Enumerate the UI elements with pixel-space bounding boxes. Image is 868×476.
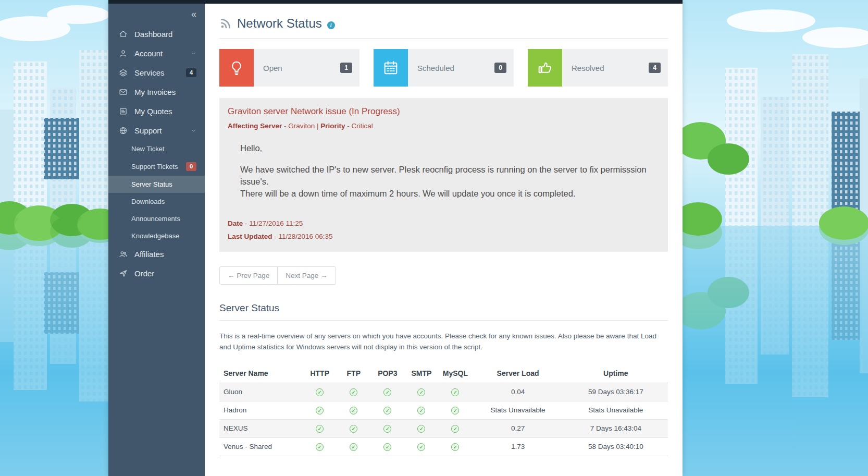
column-header: Server Name	[219, 364, 303, 383]
uptime-cell: 59 Days 03:36:17	[564, 383, 668, 401]
sidebar-item-services[interactable]: Services 4	[108, 63, 205, 82]
priority-value: - Critical	[345, 122, 373, 130]
issue-body: Hello, We have switched the IP's to new …	[240, 142, 660, 200]
status-ok-icon	[417, 407, 425, 414]
subitem-label: Server Status	[131, 180, 172, 188]
status-ok-icon	[451, 388, 459, 396]
column-header: Server Load	[472, 364, 563, 383]
sidebar-subitem-server-status[interactable]: Server Status	[108, 176, 205, 193]
page-header: Network Status	[219, 16, 668, 31]
status-cell	[438, 401, 472, 419]
status-ok-icon	[350, 443, 357, 451]
status-ok-icon	[316, 407, 324, 414]
status-cell	[404, 401, 438, 419]
status-card-open[interactable]: Open 1	[219, 49, 359, 87]
column-header: Uptime	[564, 364, 668, 383]
status-cell	[404, 419, 438, 437]
status-ok-icon	[383, 407, 391, 414]
pagination: ← Prev PageNext Page →	[219, 266, 668, 285]
status-card-resolved[interactable]: Resolved 4	[528, 49, 668, 87]
status-ok-icon	[316, 443, 324, 451]
status-cell	[303, 437, 337, 456]
uptime-cell: 7 Days 16:43:04	[564, 419, 668, 437]
user-icon	[119, 49, 128, 58]
prev-page-button[interactable]: ← Prev Page	[219, 266, 278, 285]
sidebar: « Dashboard Account Services 4	[108, 4, 205, 476]
status-ok-icon	[417, 388, 425, 396]
sidebar-nav: Dashboard Account Services 4 My Invoices	[108, 25, 205, 283]
status-cell	[303, 419, 337, 437]
thumbs-up-icon	[528, 49, 562, 87]
status-cell	[337, 437, 370, 456]
issue-last-updated: Last Updated - 11/28/2016 06:35	[228, 233, 660, 240]
sidebar-subitem-new-ticket[interactable]: New Ticket	[108, 140, 205, 157]
status-cell	[370, 401, 404, 419]
sidebar-subitem-downloads[interactable]: Downloads	[108, 193, 205, 210]
sidebar-item-my-quotes[interactable]: My Quotes	[108, 102, 205, 121]
sidebar-item-dashboard[interactable]: Dashboard	[108, 25, 205, 44]
sidebar-item-support[interactable]: Support	[108, 121, 205, 140]
server-name-cell: Venus - Shared	[219, 437, 303, 456]
sidebar-item-affiliates[interactable]: Affiliates	[108, 245, 205, 264]
table-header-row: Server Name HTTP FTP POP3 SMTP MySQL Ser…	[219, 364, 668, 383]
next-page-button[interactable]: Next Page →	[277, 266, 336, 285]
server-status-description: This is a real-time overview of any serv…	[219, 331, 668, 352]
sidebar-item-label: Support	[134, 126, 162, 135]
server-status-heading: Server Status	[219, 302, 668, 314]
column-header: HTTP	[303, 364, 337, 383]
card-label: Scheduled	[417, 64, 454, 72]
info-icon[interactable]	[327, 21, 335, 29]
subitem-label: Support Tickets	[131, 163, 178, 170]
status-card-scheduled[interactable]: Scheduled 0	[374, 49, 514, 87]
document-icon	[119, 107, 128, 116]
status-cell	[404, 437, 438, 456]
column-header: SMTP	[404, 364, 438, 383]
issue-dates: Date - 11/27/2016 11:25 Last Updated - 1…	[228, 219, 660, 240]
load-cell: 0.04	[472, 383, 563, 401]
calendar-icon	[374, 49, 408, 87]
sidebar-subitem-support-tickets[interactable]: Support Tickets 0	[108, 157, 205, 176]
status-ok-icon	[350, 407, 357, 414]
sidebar-item-account[interactable]: Account	[108, 44, 205, 63]
sidebar-collapse-button[interactable]: «	[191, 9, 196, 19]
network-issue-panel: Graviton server Network issue (In Progre…	[219, 98, 668, 252]
table-row: Gluon 0.04 59 Days 03:36:17	[219, 383, 668, 401]
globe-icon	[119, 126, 128, 135]
issue-body-line: There will be a down time of maximum 2 h…	[240, 188, 660, 200]
sidebar-item-label: Order	[134, 269, 154, 278]
status-cell	[438, 383, 472, 401]
sidebar-item-label: Dashboard	[134, 30, 172, 39]
sidebar-subitem-knowledgebase[interactable]: Knowledgebase	[108, 227, 205, 245]
rocket-icon	[119, 269, 128, 278]
sidebar-item-label: My Invoices	[134, 88, 176, 96]
subitem-label: New Ticket	[131, 145, 165, 153]
status-ok-icon	[451, 443, 459, 451]
status-ok-icon	[316, 388, 324, 396]
sidebar-subitem-announcements[interactable]: Announcements	[108, 210, 205, 227]
home-icon	[119, 30, 128, 39]
column-header: FTP	[337, 364, 370, 383]
affecting-server-value: - Graviton |	[282, 122, 320, 130]
status-cell	[337, 401, 370, 419]
support-tickets-count-badge: 0	[186, 162, 196, 171]
status-ok-icon	[383, 425, 391, 433]
date-label: Date	[228, 219, 243, 227]
issue-body-line: Hello,	[240, 142, 660, 154]
subitem-label: Announcements	[131, 215, 180, 223]
status-cell	[370, 437, 404, 456]
card-count-badge: 0	[494, 63, 506, 73]
status-ok-icon	[417, 443, 425, 451]
envelope-icon	[119, 88, 128, 96]
status-cell	[370, 419, 404, 437]
services-count-badge: 4	[186, 68, 196, 77]
card-count-badge: 4	[649, 63, 661, 73]
load-cell: 1.73	[472, 437, 563, 456]
sidebar-item-label: My Quotes	[134, 107, 172, 116]
server-status-table: Server Name HTTP FTP POP3 SMTP MySQL Ser…	[219, 364, 668, 456]
load-cell: 0.27	[472, 419, 563, 437]
sidebar-item-label: Affiliates	[134, 250, 164, 259]
sidebar-item-my-invoices[interactable]: My Invoices	[108, 82, 205, 102]
chevron-down-icon	[191, 128, 196, 133]
sidebar-item-order[interactable]: Order	[108, 264, 205, 283]
main-content: Network Status Open 1 Scheduled	[205, 4, 683, 476]
